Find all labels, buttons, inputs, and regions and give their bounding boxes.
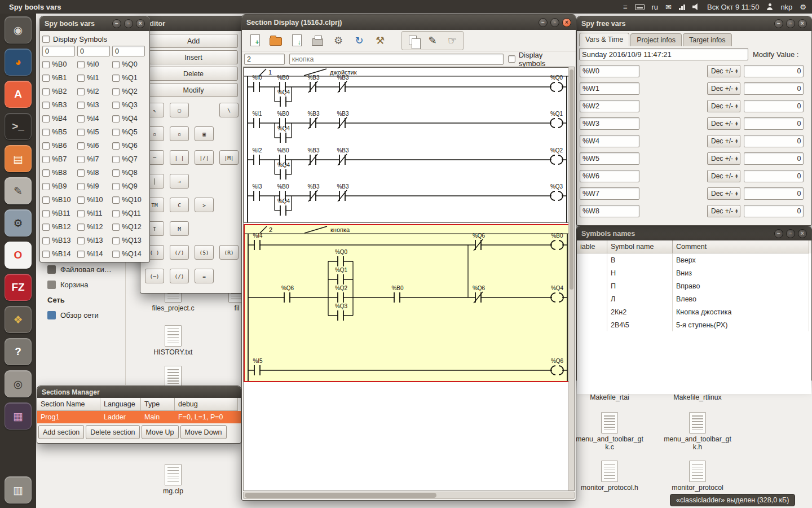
- bool-checkbox[interactable]: [112, 142, 120, 150]
- user-icon[interactable]: [766, 3, 773, 10]
- bool-checkbox[interactable]: [42, 156, 50, 163]
- section-display-titlebar[interactable]: Section Display (1516J.clprj) − ▫ ×: [242, 15, 576, 30]
- bool-checkbox[interactable]: [112, 237, 120, 244]
- bool-checkbox[interactable]: [112, 88, 120, 95]
- modify-value-input[interactable]: 0: [744, 187, 804, 200]
- tab-vars-time[interactable]: Vars & Time: [579, 33, 629, 46]
- symbols-titlebar[interactable]: Symbols names − ▫ ×: [577, 226, 811, 240]
- var-name-input[interactable]: %W6: [580, 170, 639, 182]
- move-down-button[interactable]: Move Down: [180, 425, 227, 439]
- place-trash[interactable]: Корзина: [47, 277, 132, 292]
- print-button[interactable]: [309, 32, 326, 49]
- var-name-input[interactable]: %W3: [580, 117, 639, 130]
- palette-tool-button[interactable]: \: [219, 103, 239, 117]
- palette-tool-button[interactable]: M: [170, 221, 189, 236]
- var-name-input[interactable]: %W0: [580, 65, 639, 77]
- display-symbols-checkbox[interactable]: [508, 55, 515, 63]
- ladder-rung-1-box[interactable]: 1джойстик%I0%B0%B3%B3%Q4%I1%B0%B3%B3%Q4%…: [244, 67, 571, 223]
- open-folder-button[interactable]: [267, 32, 284, 49]
- bool-checkbox[interactable]: [77, 169, 85, 177]
- palette-tool-button[interactable]: |/|: [195, 150, 214, 165]
- display-format-spinner[interactable]: Dec +/-▲▼: [707, 152, 740, 165]
- save-button[interactable]: ↓: [288, 32, 305, 49]
- ladder-rung-2-box-selected[interactable]: 2кнопка%I4%Q6%Q6%Q0%Q1%Q2%Q3%B0%Q6%I5%B0…: [244, 224, 571, 382]
- var-name-input[interactable]: %W4: [580, 135, 639, 147]
- bool-checkbox[interactable]: [112, 129, 120, 136]
- spinner-arrows-icon[interactable]: ▲▼: [735, 174, 738, 178]
- bool-checkbox[interactable]: [77, 142, 85, 150]
- column-header[interactable]: Section Name: [37, 398, 100, 411]
- ladder-rung-2-svg[interactable]: 2кнопка%I4%Q6%Q6%Q0%Q1%Q2%Q3%B0%Q6%I5%B0…: [245, 225, 571, 381]
- bool-checkbox[interactable]: [42, 142, 50, 150]
- launcher-item-trash[interactable]: ▥: [5, 476, 32, 503]
- column-header[interactable]: Type: [141, 398, 175, 411]
- bool-checkbox[interactable]: [42, 224, 50, 231]
- spy-free-titlebar[interactable]: Spy free vars − ▫ ×: [577, 16, 811, 31]
- palette-tool-button[interactable]: (─): [145, 269, 164, 283]
- bool-checkbox[interactable]: [77, 196, 85, 204]
- pointer-select-button[interactable]: ☞: [444, 32, 461, 49]
- palette-tool-button[interactable]: | |: [170, 150, 189, 165]
- palette-tool-button[interactable]: (/): [170, 245, 189, 260]
- modify-value-input[interactable]: 0: [744, 135, 804, 147]
- spinner-arrows-icon[interactable]: ▲▼: [735, 209, 738, 213]
- minimize-button[interactable]: −: [539, 18, 548, 27]
- bool-checkbox[interactable]: [77, 88, 85, 95]
- palette-tool-button[interactable]: →: [170, 174, 189, 189]
- offset-input-i[interactable]: 0: [77, 46, 110, 56]
- display-format-spinner[interactable]: Dec +/-▲▼: [707, 187, 740, 200]
- symbol-row[interactable]: 2В4\55-я ступень(РХ): [577, 318, 811, 331]
- move-up-button[interactable]: Move Up: [142, 425, 179, 439]
- ladder-horizontal-scrollbar[interactable]: [243, 492, 575, 499]
- new-file-button[interactable]: +: [246, 32, 263, 49]
- minimize-button[interactable]: −: [774, 229, 783, 238]
- maximize-button[interactable]: ▫: [786, 19, 795, 28]
- bool-checkbox[interactable]: [112, 196, 120, 204]
- launcher-item-filezilla[interactable]: FZ: [5, 274, 32, 301]
- launcher-item-terminal[interactable]: >_: [5, 113, 32, 140]
- scrollbar-handle[interactable]: [245, 493, 436, 498]
- refresh-button[interactable]: ↻: [351, 32, 368, 49]
- symbol-row[interactable]: ЛВлево: [577, 292, 811, 305]
- display-format-spinner[interactable]: Dec +/-▲▼: [707, 135, 740, 147]
- desktop-file[interactable]: menu_and_toolbar_gtk.h: [664, 412, 731, 451]
- offset-input-b[interactable]: 0: [42, 46, 75, 56]
- column-header[interactable]: Comment: [673, 240, 809, 253]
- palette-tool-button[interactable]: =: [195, 269, 214, 283]
- launcher-item-text-editor[interactable]: ✎: [5, 177, 32, 204]
- display-symbols-checkbox[interactable]: [42, 36, 50, 43]
- spinner-arrows-icon[interactable]: ▲▼: [735, 69, 738, 73]
- bool-checkbox[interactable]: [112, 75, 120, 82]
- modify-value-input[interactable]: 0: [744, 117, 804, 130]
- display-format-spinner[interactable]: Dec +/-▲▼: [707, 65, 740, 77]
- keyboard-icon[interactable]: [635, 4, 645, 10]
- bool-checkbox[interactable]: [112, 169, 120, 177]
- modify-value-input[interactable]: 0: [744, 82, 804, 95]
- spinner-arrows-icon[interactable]: ▲▼: [735, 121, 738, 125]
- edit-pencil-button[interactable]: ✎: [424, 32, 441, 49]
- scrollbar-handle[interactable]: [570, 69, 573, 290]
- bool-checkbox[interactable]: [42, 115, 50, 122]
- column-header[interactable]: debug: [175, 398, 238, 411]
- bool-checkbox[interactable]: [42, 237, 50, 244]
- delete-section-button[interactable]: Delete section: [86, 425, 139, 439]
- palette-tool-button[interactable]: C: [170, 198, 189, 212]
- bool-checkbox[interactable]: [112, 61, 120, 68]
- bool-checkbox[interactable]: [112, 115, 120, 122]
- gear-icon[interactable]: ⚙: [800, 3, 806, 11]
- place-network-header[interactable]: Сеть: [47, 292, 132, 308]
- spinner-arrows-icon[interactable]: ▲▼: [735, 156, 738, 160]
- modify-value-input[interactable]: 0: [744, 152, 804, 165]
- offset-input-q[interactable]: 0: [112, 46, 145, 56]
- palette-tool-button[interactable]: ▫: [170, 126, 189, 141]
- bool-checkbox[interactable]: [42, 88, 50, 95]
- modify-button[interactable]: Modify: [149, 83, 238, 97]
- sections-manager-titlebar[interactable]: Sections Manager: [37, 386, 241, 398]
- network-signal-icon[interactable]: [679, 4, 685, 10]
- palette-tool-button[interactable]: ▢: [170, 103, 189, 117]
- bool-checkbox[interactable]: [42, 183, 50, 190]
- palette-tool-button[interactable]: (S): [195, 245, 214, 260]
- bool-checkbox[interactable]: [42, 75, 50, 82]
- var-name-input[interactable]: %W8: [580, 205, 639, 217]
- display-format-spinner[interactable]: Dec +/-▲▼: [707, 82, 740, 95]
